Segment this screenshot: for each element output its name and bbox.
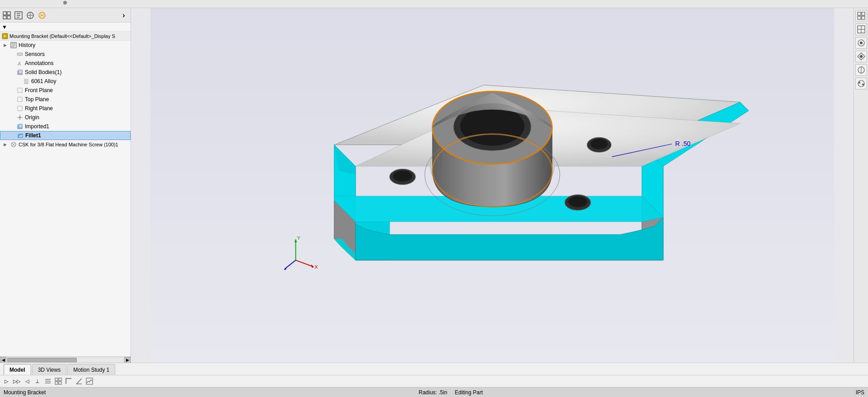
right-plane-label: Right Plane bbox=[25, 105, 53, 112]
scroll-right-button[interactable]: ▶ bbox=[124, 357, 131, 363]
svg-rect-26 bbox=[18, 97, 22, 102]
svg-rect-85 bbox=[59, 378, 61, 381]
right-icon-6[interactable] bbox=[855, 78, 867, 89]
front-plane-icon bbox=[16, 87, 23, 94]
origin-label: Origin bbox=[25, 114, 39, 121]
bottom-tabs: Model 3D Views Motion Study 1 bbox=[0, 363, 868, 375]
svg-point-42 bbox=[393, 170, 412, 182]
svg-rect-20 bbox=[19, 70, 22, 74]
tree-item-top-plane[interactable]: ▶ Top Plane bbox=[0, 95, 131, 104]
svg-rect-84 bbox=[55, 378, 58, 381]
scroll-track[interactable] bbox=[7, 358, 123, 362]
material-icon bbox=[23, 78, 30, 85]
tab-3d-views[interactable]: 3D Views bbox=[32, 364, 66, 375]
annotations-icon: A bbox=[16, 60, 23, 67]
right-icon-1[interactable] bbox=[855, 10, 867, 22]
imported1-label: Imported1 bbox=[25, 123, 49, 130]
csk-label: CSK for 3/8 Flat Head Machine Screw (100… bbox=[19, 142, 118, 147]
sensors-icon bbox=[16, 51, 23, 58]
svg-rect-3 bbox=[7, 16, 10, 19]
top-indicator bbox=[63, 1, 67, 5]
tree-item-history[interactable]: ▶ History bbox=[0, 41, 131, 50]
status-units: IPS bbox=[856, 389, 864, 396]
bottom-tool-play[interactable]: ▷ bbox=[2, 377, 11, 386]
svg-rect-66 bbox=[862, 12, 865, 15]
toolbar-expand-arrow[interactable]: › bbox=[119, 10, 129, 20]
status-part-name: Mounting Bracket bbox=[4, 389, 46, 396]
right-icon-5[interactable] bbox=[855, 64, 867, 76]
svg-rect-87 bbox=[59, 382, 61, 384]
svg-rect-68 bbox=[862, 16, 865, 19]
bottom-tool-graph[interactable] bbox=[85, 377, 94, 386]
feature-tree: ▶ History ▶ Sensors ▶ A Annota bbox=[0, 41, 131, 356]
toolbar-icon-dimxpert[interactable] bbox=[37, 10, 47, 20]
toolbar-icon-propertymanager[interactable] bbox=[14, 10, 23, 20]
tree-item-imported1[interactable]: ▶ Imported1 bbox=[0, 122, 131, 131]
part-name-bar: P Mounting Bracket (Default<<Default>_Di… bbox=[0, 32, 131, 41]
bottom-tool-grid[interactable] bbox=[54, 377, 63, 386]
tab-model[interactable]: Model bbox=[4, 364, 31, 375]
right-icon-2[interactable] bbox=[855, 23, 867, 35]
tree-item-solid-bodies[interactable]: ▶ Solid Bodies(1) bbox=[0, 68, 131, 77]
solid-bodies-icon bbox=[16, 69, 23, 76]
history-label: History bbox=[19, 42, 35, 48]
material-label: 6061 Alloy bbox=[31, 78, 56, 84]
panel-scrollbar-horizontal[interactable]: ◀ ▶ bbox=[0, 356, 131, 363]
history-icon bbox=[10, 42, 17, 49]
svg-rect-88 bbox=[86, 378, 93, 384]
tree-item-front-plane[interactable]: ▶ Front Plane bbox=[0, 86, 131, 95]
status-center: Radius: .5in Editing Part bbox=[418, 389, 483, 396]
3d-viewport[interactable]: R .50 Y X bbox=[131, 8, 854, 363]
expand-arrow-csk: ▶ bbox=[4, 142, 10, 147]
right-icon-4[interactable] bbox=[855, 51, 867, 62]
svg-rect-65 bbox=[858, 12, 861, 15]
model-svg: R .50 Y X bbox=[131, 8, 854, 363]
toolbar-icon-featuremanager[interactable] bbox=[2, 10, 12, 20]
svg-point-52 bbox=[460, 107, 525, 146]
svg-point-17 bbox=[19, 53, 21, 56]
part-name-label: Mounting Bracket (Default<<Default>_Disp… bbox=[9, 33, 115, 39]
svg-text:P: P bbox=[4, 34, 6, 38]
svg-point-80 bbox=[862, 84, 864, 85]
toolbar-icon-configurationmanager[interactable] bbox=[25, 10, 35, 20]
svg-point-44 bbox=[591, 139, 608, 149]
tree-item-annotations[interactable]: ▶ A Annotations bbox=[0, 59, 131, 68]
tree-item-right-plane[interactable]: ▶ Right Plane bbox=[0, 104, 131, 113]
feature-tree-panel: › ▼ P Mounting Bracket (Default<<Default… bbox=[0, 8, 131, 363]
tree-item-material[interactable]: ▶ 6061 Alloy bbox=[0, 77, 131, 86]
right-panel bbox=[854, 8, 868, 363]
scroll-thumb[interactable] bbox=[7, 358, 77, 362]
tree-item-sensors[interactable]: ▶ Sensors bbox=[0, 50, 131, 59]
front-plane-label: Front Plane bbox=[25, 87, 53, 93]
tree-item-fillet1[interactable]: ▶ Fillet1 bbox=[0, 131, 131, 140]
status-radius: Radius: .5in bbox=[418, 389, 447, 396]
top-plane-icon bbox=[16, 96, 23, 103]
fillet1-label: Fillet1 bbox=[25, 132, 41, 139]
svg-point-46 bbox=[568, 196, 587, 207]
bottom-tool-angle[interactable] bbox=[75, 377, 84, 386]
svg-marker-75 bbox=[859, 55, 863, 58]
top-plane-label: Top Plane bbox=[25, 96, 49, 103]
solid-bodies-label: Solid Bodies(1) bbox=[25, 69, 61, 75]
svg-rect-25 bbox=[18, 88, 22, 93]
scroll-left-button[interactable]: ◀ bbox=[0, 357, 6, 363]
svg-point-10 bbox=[41, 14, 43, 16]
status-bar: Mounting Bracket Radius: .5in Editing Pa… bbox=[0, 387, 868, 397]
bottom-tool-list[interactable] bbox=[43, 377, 52, 386]
right-icon-3[interactable] bbox=[855, 37, 867, 49]
svg-rect-27 bbox=[18, 106, 22, 111]
expand-arrow-history: ▶ bbox=[4, 43, 10, 47]
origin-icon bbox=[16, 114, 23, 121]
bottom-tool-perpendicular[interactable]: ⊥ bbox=[33, 377, 42, 386]
bottom-tool-play2[interactable]: ▷▷ bbox=[12, 377, 21, 386]
tree-item-origin[interactable]: ▶ Origin bbox=[0, 113, 131, 122]
bottom-tool-back[interactable]: ◁ bbox=[23, 377, 32, 386]
tree-item-csk[interactable]: ▶ CSK for 3/8 Flat Head Machine Screw (1… bbox=[0, 140, 131, 149]
bottom-tool-corner[interactable] bbox=[64, 377, 73, 386]
filter-icon[interactable]: ▼ bbox=[2, 24, 7, 30]
tab-motion-study[interactable]: Motion Study 1 bbox=[67, 364, 115, 375]
svg-point-79 bbox=[859, 82, 860, 84]
svg-rect-2 bbox=[3, 16, 6, 19]
fillet1-icon bbox=[17, 132, 24, 139]
svg-rect-0 bbox=[3, 12, 6, 15]
